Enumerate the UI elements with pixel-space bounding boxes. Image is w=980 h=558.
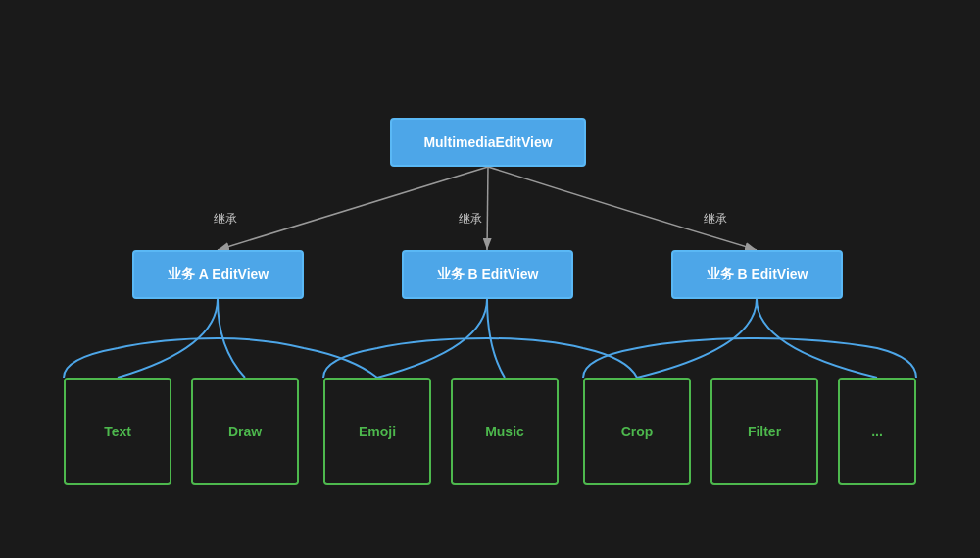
inherit-label-1: 继承 xyxy=(214,211,237,228)
leaf-emoji: Emoji xyxy=(323,378,431,485)
leaf-draw: Draw xyxy=(191,378,299,485)
leaf-music: Music xyxy=(451,378,559,485)
leaf-label-emoji: Emoji xyxy=(359,424,396,439)
node-biz-b1-editview: 业务 B EditView xyxy=(402,250,573,299)
leaf-more: ... xyxy=(838,378,916,485)
leaf-label-more: ... xyxy=(871,424,883,439)
node-multimedia-edit-view: MultimediaEditView xyxy=(390,118,586,167)
node-biz-a-editview: 业务 A EditView xyxy=(132,250,304,299)
node-biz-b2-editview: 业务 B EditView xyxy=(671,250,843,299)
node-label-biz-a: 业务 A EditView xyxy=(168,266,269,283)
inherit-label-3: 继承 xyxy=(704,211,727,228)
node-label-root: MultimediaEditView xyxy=(423,134,552,150)
diagram-container: MultimediaEditView 业务 A EditView 业务 B Ed… xyxy=(0,0,980,558)
leaf-label-text: Text xyxy=(104,424,131,439)
node-label-biz-b1: 业务 B EditView xyxy=(437,266,539,283)
leaf-text: Text xyxy=(64,378,172,485)
leaf-filter: Filter xyxy=(710,378,818,485)
leaf-label-filter: Filter xyxy=(748,424,781,439)
inherit-label-2: 继承 xyxy=(459,211,482,228)
leaf-label-draw: Draw xyxy=(228,424,262,439)
leaf-crop: Crop xyxy=(583,378,691,485)
leaf-label-crop: Crop xyxy=(621,424,654,439)
leaf-label-music: Music xyxy=(485,424,524,439)
node-label-biz-b2: 业务 B EditView xyxy=(707,266,808,283)
